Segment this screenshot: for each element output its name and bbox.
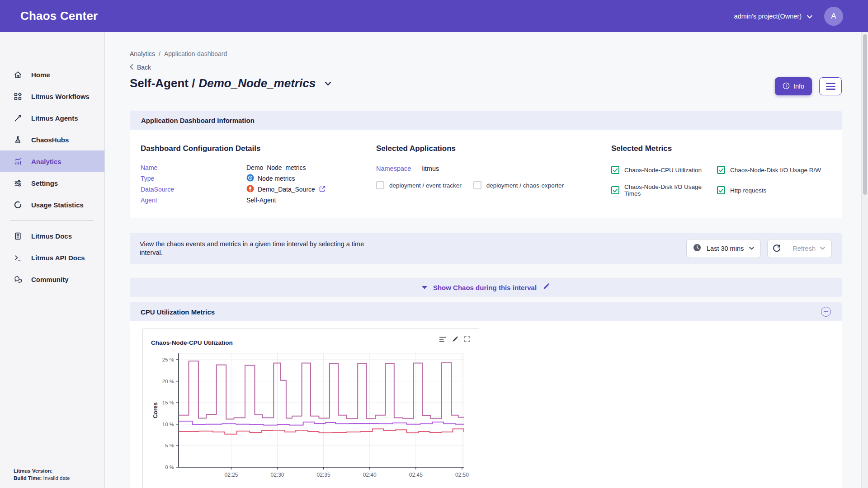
community-chat-icon [14, 275, 22, 284]
checkbox-checked[interactable] [611, 166, 619, 174]
checkbox-unchecked[interactable] [473, 181, 481, 189]
config-row-agent: Agent Self-Agent [141, 195, 376, 206]
sidebar-item-usage-statistics[interactable]: Usage Statistics [0, 194, 104, 216]
checkbox-checked[interactable] [717, 166, 725, 174]
refresh-label: Refresh [793, 245, 816, 252]
sidebar-item-community[interactable]: Community [0, 268, 104, 290]
chart-title: Chaos-Node-CPU Utilization [151, 336, 233, 346]
sidebar-item-analytics[interactable]: Analytics [0, 150, 104, 172]
time-interval-section: View the chaos events and metrics in a g… [130, 233, 842, 264]
metric-label: Http requests [730, 187, 766, 194]
selected-metrics-column: Selected Metrics Chaos-Node-CPU Utilizat… [611, 139, 831, 206]
scrollbar-thumb[interactable] [863, 34, 867, 195]
time-range-selector[interactable]: Last 30 mins [686, 239, 761, 258]
config-label: Type [141, 175, 246, 182]
litmus-version-label: Litmus Version: [14, 468, 52, 474]
agents-icon [14, 114, 22, 122]
refresh-now-button[interactable] [767, 239, 786, 258]
application-label: deployment / event-tracker [389, 182, 462, 189]
chevron-down-icon [820, 247, 825, 250]
config-row-type: Type Node metrics [141, 173, 376, 184]
config-details-column: Dashboard Configuration Details Name Dem… [141, 139, 376, 206]
info-button-label: Info [793, 83, 804, 90]
dashboard-name: Demo_Node_metrics [198, 76, 316, 90]
docs-icon [14, 232, 22, 240]
checkbox-checked[interactable] [611, 186, 619, 194]
chart-edit-pencil-icon[interactable] [452, 336, 458, 343]
sidebar-item-litmus-docs[interactable]: Litmus Docs [0, 225, 104, 247]
metric-checkbox-item: Http requests [717, 183, 831, 197]
external-link-icon[interactable] [319, 185, 326, 194]
project-name: admin's project(Owner) [734, 13, 802, 20]
title-dropdown-caret[interactable] [325, 81, 331, 86]
svg-text:25 %: 25 % [162, 357, 174, 362]
time-interval-description: View the chaos events and metrics in a g… [140, 240, 364, 257]
show-chaos-toggle[interactable]: Show Chaos during this interval [130, 278, 842, 297]
edit-pencil-icon[interactable] [542, 283, 550, 292]
chart-fullscreen-icon[interactable] [464, 336, 471, 343]
svg-text:02:50: 02:50 [455, 472, 469, 478]
page-title: Self-Agent / Demo_Node_metrics [130, 76, 331, 90]
sidebar-item-settings[interactable]: Settings [0, 172, 104, 194]
terminal-icon [14, 253, 22, 262]
breadcrumb-separator: / [159, 50, 160, 57]
project-selector[interactable]: admin's project(Owner) [734, 13, 812, 20]
sidebar-item-label: ChaosHubs [31, 136, 69, 144]
back-link[interactable]: Back [130, 64, 842, 71]
sidebar-item-litmus-agents[interactable]: Litmus Agents [0, 107, 104, 129]
metrics-heading: Selected Metrics [611, 144, 831, 153]
cpu-metrics-section-header: CPU Utilization Metrics [130, 302, 842, 321]
sidebar-item-chaoshubs[interactable]: ChaosHubs [0, 129, 104, 150]
vertical-scrollbar [861, 32, 868, 488]
settings-sliders-icon [14, 179, 22, 188]
usage-statistics-icon [14, 201, 22, 209]
triangle-down-icon [422, 286, 427, 289]
svg-text:10 %: 10 % [162, 422, 174, 427]
sidebar-item-label: Litmus Agents [31, 114, 78, 122]
sidebar-item-label: Litmus Workflows [31, 93, 90, 100]
sidebar-item-litmus-workflows[interactable]: Litmus Workflows [0, 85, 104, 107]
chevron-down-icon [749, 247, 754, 250]
breadcrumb: Analytics / Application-dashboard [130, 50, 842, 57]
config-label: DataSource [141, 186, 246, 193]
sidebar-item-home[interactable]: Home [0, 64, 104, 85]
checkbox-checked[interactable] [717, 186, 725, 194]
config-row-name: Name Demo_Node_metrics [141, 162, 376, 173]
refresh-icon [772, 244, 781, 253]
sidebar-item-label: Litmus Docs [31, 232, 72, 240]
sidebar-item-label: Settings [31, 179, 58, 187]
cpu-section-title: CPU Utilization Metrics [141, 308, 215, 316]
sidebar-item-label: Community [31, 276, 69, 283]
clock-icon [693, 244, 701, 253]
config-value: Demo_Node_metrics [246, 164, 306, 171]
svg-text:02:35: 02:35 [317, 472, 330, 478]
chevron-left-icon [130, 64, 133, 71]
application-label: deployment / chaos-exporter [486, 182, 564, 189]
refresh-interval-selector[interactable]: Refresh [786, 239, 832, 258]
workflows-icon [14, 92, 22, 101]
applications-heading: Selected Applications [376, 144, 611, 153]
namespace-label: Namespace [376, 165, 411, 172]
checkbox-unchecked[interactable] [376, 181, 384, 189]
avatar[interactable]: A [824, 7, 843, 26]
info-button[interactable]: Info [775, 77, 812, 95]
config-value: Node metrics [258, 175, 295, 182]
chart-options-list-icon[interactable] [439, 336, 446, 343]
breadcrumb-analytics[interactable]: Analytics [130, 50, 155, 57]
app-root: Chaos Center admin's project(Owner) A Ho… [0, 0, 868, 488]
sidebar-item-label: Analytics [31, 158, 61, 165]
cpu-utilization-chart: 0 %5 %10 %15 %20 %25 %02:2502:3002:3502:… [151, 350, 472, 482]
sidebar-item-litmus-api-docs[interactable]: Litmus API Docs [0, 247, 104, 268]
config-value: Self-Agent [246, 197, 276, 204]
collapse-section-button[interactable] [821, 307, 831, 317]
svg-text:20 %: 20 % [162, 379, 174, 384]
info-icon [783, 82, 790, 91]
panel-header: Application Dashboard Information [130, 111, 842, 130]
version-info: Litmus Version: Build Time: Invalid date [14, 467, 70, 482]
svg-text:02:30: 02:30 [270, 472, 284, 478]
svg-text:15 %: 15 % [162, 400, 174, 405]
dashboard-menu-button[interactable] [819, 77, 842, 95]
svg-text:02:40: 02:40 [363, 472, 377, 478]
cpu-metrics-section-body: Chaos-Node-CPU Utilization 0 %5 %10 %15 … [130, 321, 842, 488]
svg-text:02:25: 02:25 [224, 472, 238, 478]
